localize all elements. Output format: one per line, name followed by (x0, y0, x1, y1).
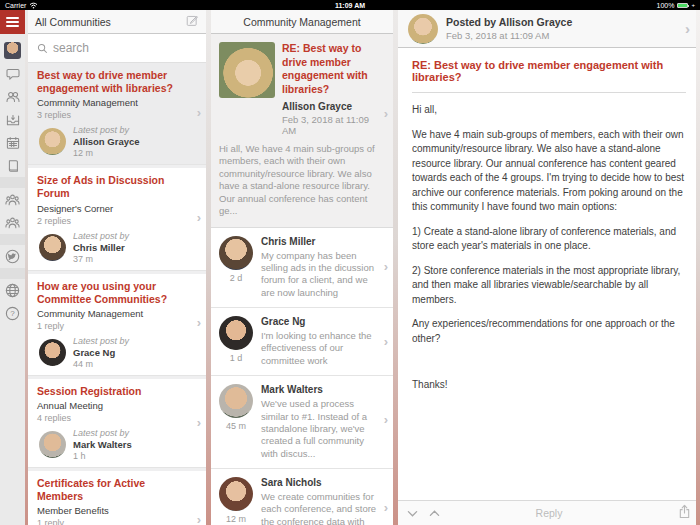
latest-post-label: Latest post by (73, 231, 129, 241)
latest-post-label: Latest post by (73, 336, 129, 346)
avatar (219, 384, 253, 418)
rail-separator (0, 268, 25, 279)
body-paragraph: We have 4 main sub-groups of members, ea… (412, 128, 686, 215)
thread-row[interactable]: Certificates for Active Members Member B… (28, 471, 206, 525)
rail-item-browser[interactable] (0, 279, 25, 302)
thread-list: Best way to drive member engagement with… (28, 63, 206, 525)
carrier-label: Carrier (5, 2, 26, 9)
chevron-right-icon: › (384, 501, 388, 514)
body-paragraph: 2) Store conference materials in the mos… (412, 264, 686, 308)
post-row[interactable]: 12 m Sara Nichols We create communities … (211, 469, 393, 525)
chevron-right-icon: › (197, 416, 201, 429)
reply-toolbar: Reply (398, 500, 700, 525)
search-bar[interactable] (28, 34, 206, 63)
chevron-right-icon: › (197, 316, 201, 329)
search-input[interactable] (53, 41, 197, 55)
scroll-indicator[interactable] (696, 10, 700, 525)
rail-item-twitter[interactable] (0, 245, 25, 268)
chevron-up-icon[interactable] (429, 509, 440, 518)
thread-replies: 4 replies (37, 413, 191, 423)
rail-separator (0, 234, 25, 245)
post-row-lead[interactable]: RE: Best way to drive member engagement … (211, 34, 393, 228)
profile-avatar (4, 42, 21, 59)
post-author: Allison Grayce (282, 101, 375, 112)
post-preview: We create communities for each conferenc… (261, 491, 379, 525)
rail-item-communities[interactable] (0, 188, 25, 211)
thread-community: Annual Meeting (37, 400, 191, 411)
inbox-icon (5, 112, 21, 128)
globe-icon (4, 282, 21, 299)
rail-item-profile[interactable] (0, 39, 25, 62)
rail-separator (0, 177, 25, 188)
post-row[interactable]: 1 d Grace Ng I'm looking to enhance the … (211, 308, 393, 376)
thread-replies: 1 reply (37, 518, 191, 525)
post-row[interactable]: 2 d Chris Miller My company has been sel… (211, 228, 393, 308)
rail-item-events[interactable] (0, 131, 25, 154)
panel-title: Community Management (243, 16, 360, 28)
chevron-right-icon: › (384, 413, 388, 426)
reply-field[interactable]: Reply (536, 507, 563, 519)
avatar (219, 236, 253, 270)
chevron-right-icon: › (685, 21, 690, 36)
share-icon (678, 504, 691, 519)
rail-item-messages[interactable] (0, 62, 25, 85)
latest-post-label: Latest post by (73, 125, 140, 135)
post-preview: We've used a process similar to #1. Inst… (261, 398, 379, 460)
post-time: 12 m (219, 514, 253, 524)
menu-button[interactable] (0, 10, 25, 34)
thread-author: Grace Ng (73, 347, 129, 358)
avatar (219, 316, 253, 350)
thread-row[interactable]: Session Registration Annual Meeting 4 re… (28, 379, 206, 468)
rail-item-committees[interactable] (0, 211, 25, 234)
post-author: Chris Miller (261, 236, 379, 247)
thread-time: 37 m (73, 254, 129, 264)
thread-community: Member Benefits (37, 505, 191, 516)
thread-community: Commnity Management (37, 97, 191, 108)
avatar (39, 128, 66, 155)
post-row[interactable]: 45 m Mark Walters We've used a process s… (211, 376, 393, 469)
post-preview: I'm looking to enhance the effectiveness… (261, 330, 379, 367)
clock: 11:09 AM (335, 2, 365, 9)
all-communities-panel: All Communities Best way to drive member… (28, 10, 206, 525)
avatar (408, 14, 438, 44)
rail-item-members[interactable] (0, 85, 25, 108)
thread-author: Mark Walters (73, 439, 132, 450)
chevron-right-icon: › (197, 106, 201, 119)
post-author: Sara Nichols (261, 477, 379, 488)
thread-row[interactable]: Best way to drive member engagement with… (28, 63, 206, 165)
thread-title: Best way to drive member engagement with… (37, 69, 191, 95)
thread-row[interactable]: Size of Ads in Discussion Forum Designer… (28, 168, 206, 270)
calendar-icon (5, 135, 21, 151)
thread-community: Community Management (37, 308, 191, 319)
post-body: RE: Best way to drive member engagement … (398, 48, 700, 500)
compose-button[interactable] (186, 14, 199, 29)
share-button[interactable] (678, 504, 691, 523)
rail-item-resources[interactable] (0, 154, 25, 177)
chevron-right-icon: › (197, 513, 201, 525)
thread-time: 12 m (73, 148, 140, 158)
post-time: 2 d (219, 273, 253, 283)
post-preview: Hi all, We have 4 main sub-groups of mem… (219, 143, 385, 218)
battery-percent: 100% (657, 2, 675, 9)
community-panel-header: Community Management (211, 10, 393, 34)
chevron-right-icon: › (384, 107, 388, 120)
thread-author: Allison Grayce (73, 136, 140, 147)
thread-row[interactable]: How are you using your Committee Communi… (28, 274, 206, 376)
nav-rail: ? (0, 10, 25, 525)
post-detail-header[interactable]: Posted by Allison Grayce Feb 3, 2018 at … (398, 10, 700, 48)
status-bar: Carrier 11:09 AM 100% + (0, 0, 700, 10)
post-time: 45 m (219, 421, 253, 431)
chevron-down-icon[interactable] (407, 509, 418, 518)
chevron-right-icon: › (197, 211, 201, 224)
thread-author: Chris Miller (73, 242, 129, 253)
post-title: RE: Best way to drive member engagement … (282, 42, 375, 97)
avatar (219, 477, 253, 511)
rail-item-inbox[interactable] (0, 108, 25, 131)
avatar (39, 234, 66, 261)
latest-post-label: Latest post by (73, 428, 132, 438)
posted-date: Feb 3, 2018 at 11:09 AM (446, 30, 572, 41)
thread-time: 44 m (73, 359, 129, 369)
post-author: Grace Ng (261, 316, 379, 327)
rail-item-help[interactable]: ? (0, 302, 25, 325)
post-author: Mark Walters (261, 384, 379, 395)
